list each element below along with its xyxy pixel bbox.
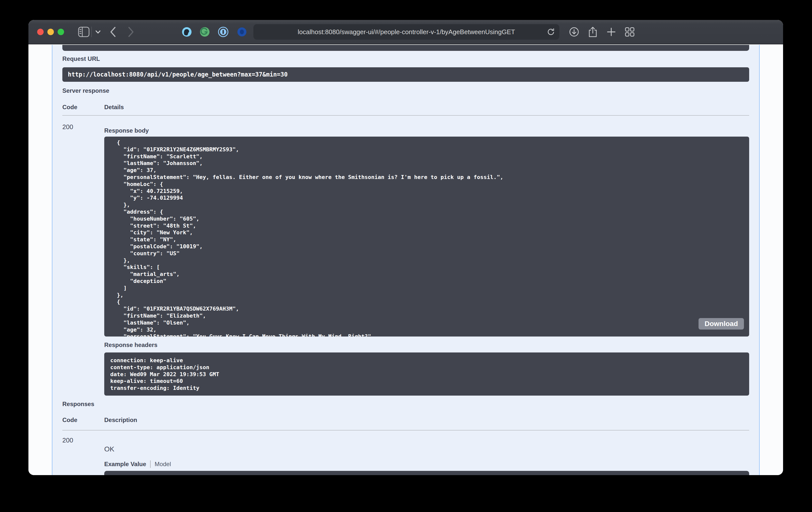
response-status-code: 200 xyxy=(62,123,104,396)
browser-window: localhost:8080/swagger-ui/#/people-contr… xyxy=(28,20,783,475)
share-button[interactable] xyxy=(587,20,599,44)
response-body-json: { "id": "01FXR2R1Y2NE4Z6MSMBRMY2S93", "f… xyxy=(104,137,749,336)
response-headers-text: connection: keep-alive content-type: app… xyxy=(104,353,749,396)
extension-onepassword-button[interactable] xyxy=(218,20,229,44)
responses-description-column-header: Description xyxy=(104,417,749,423)
tab-overview-button[interactable] xyxy=(624,20,635,44)
responses-table-header: Code Description xyxy=(62,417,749,423)
traffic-light-minimize-button[interactable] xyxy=(48,29,54,35)
downloads-button[interactable] xyxy=(568,20,580,44)
reload-button[interactable] xyxy=(546,27,555,36)
swagger-page: Request URL http://localhost:8080/api/v1… xyxy=(28,45,783,475)
address-bar[interactable]: localhost:8080/swagger-ui/#/people-contr… xyxy=(253,24,559,40)
download-circle-icon xyxy=(569,27,579,37)
request-url-label: Request URL xyxy=(62,55,749,62)
toolbar-divider xyxy=(91,27,92,37)
details-column-header: Details xyxy=(104,104,749,111)
tab-divider xyxy=(150,460,151,468)
model-tabs: Example Value Model xyxy=(104,460,749,468)
responses-status-code: 200 xyxy=(62,436,104,475)
back-icon xyxy=(110,26,116,37)
sidebar-menu-button[interactable] xyxy=(94,20,102,44)
tab-example-value[interactable]: Example Value xyxy=(104,461,146,468)
sidebar-toggle-icon xyxy=(78,27,90,37)
traffic-light-close-button[interactable] xyxy=(37,29,44,35)
traffic-light-zoom-button[interactable] xyxy=(58,29,64,35)
onepassword-extension-icon xyxy=(218,27,228,37)
extension-duck-button[interactable] xyxy=(181,20,192,44)
response-body-label: Response body xyxy=(104,127,749,134)
response-headers-block: connection: keep-alive content-type: app… xyxy=(104,353,749,396)
response-headers-label: Response headers xyxy=(104,341,749,349)
forward-button[interactable] xyxy=(126,20,136,44)
request-url-value: http://localhost:8080/api/v1/people/age_… xyxy=(68,71,288,78)
back-button[interactable] xyxy=(108,20,118,44)
operation-block: Request URL http://localhost:8080/api/v1… xyxy=(52,45,760,475)
extension-grammarly-button[interactable] xyxy=(199,20,210,44)
plus-icon xyxy=(607,27,616,37)
reload-icon xyxy=(546,27,555,36)
chevron-down-icon xyxy=(95,30,101,34)
responses-code-column-header: Code xyxy=(62,417,104,423)
forward-icon xyxy=(128,26,135,37)
duck-extension-icon xyxy=(181,27,192,37)
url-text: localhost:8080/swagger-ui/#/people-contr… xyxy=(298,28,515,36)
request-url-block: http://localhost:8080/api/v1/people/age_… xyxy=(62,67,749,82)
server-response-table-header: Code Details xyxy=(62,104,749,111)
tab-grid-icon xyxy=(625,27,635,37)
sidebar-toggle-button[interactable] xyxy=(77,20,91,44)
response-body-block[interactable]: { "id": "01FXR2R1Y2NE4Z6MSMBRMY2S93", "f… xyxy=(104,137,749,336)
share-icon xyxy=(588,26,598,38)
server-response-title: Server response xyxy=(62,87,749,94)
responses-row: 200 OK Example Value Model xyxy=(62,430,749,475)
example-value-block xyxy=(104,471,749,475)
scrolled-code-block xyxy=(62,45,749,51)
browser-toolbar: localhost:8080/swagger-ui/#/people-contr… xyxy=(28,20,783,44)
tab-model[interactable]: Model xyxy=(155,461,171,468)
new-tab-button[interactable] xyxy=(606,20,617,44)
ring-extension-icon xyxy=(237,27,247,37)
extension-circle-button[interactable] xyxy=(236,20,248,44)
server-response-row: 200 Response body { "id": "01FXR2R1Y2NE4… xyxy=(62,116,749,396)
response-description: OK xyxy=(104,445,749,453)
download-button[interactable]: Download xyxy=(699,318,744,330)
code-column-header: Code xyxy=(62,104,104,111)
responses-title: Responses xyxy=(62,400,749,408)
grammarly-extension-icon xyxy=(200,27,210,37)
